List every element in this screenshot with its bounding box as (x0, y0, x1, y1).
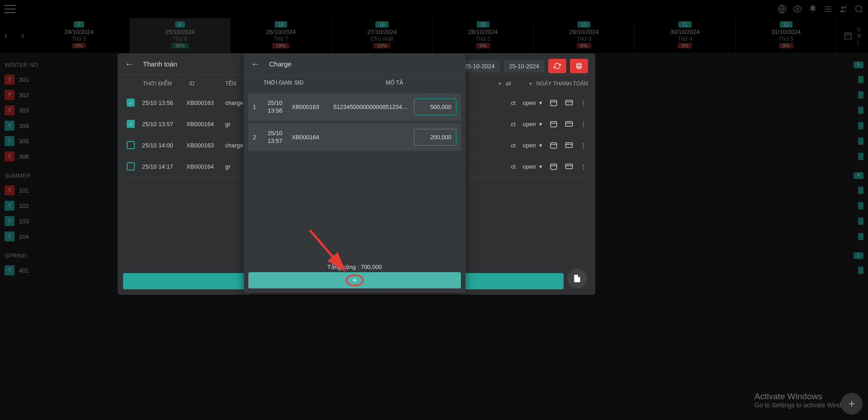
charge-idx: 1 (253, 104, 258, 110)
card-icon[interactable] (565, 120, 573, 128)
row-time: 25/10 14:17 (142, 163, 179, 170)
row-end[interactable]: ct (511, 99, 516, 106)
main-fab[interactable]: + (841, 393, 863, 415)
row-end[interactable]: ct (511, 163, 516, 170)
card-icon[interactable] (565, 162, 573, 170)
charge-row[interactable]: 1 25/1013:56 XB000163 512345000000000851… (248, 93, 461, 121)
charge-amount-input[interactable]: 200,000 (414, 129, 456, 146)
row-status[interactable]: open ▾ (523, 163, 542, 170)
date-to-chip[interactable]: 25-10-2024 (504, 60, 545, 72)
filter-payment-date[interactable]: NGÀY THANH TOÁN (536, 80, 588, 87)
more-icon[interactable]: ⋮ (580, 121, 586, 127)
charge-amount-input[interactable]: 500,000 (414, 99, 456, 115)
charge-title: Charge (269, 60, 291, 68)
row-checkbox[interactable]: ✓ (127, 120, 135, 128)
row-status[interactable]: open ▾ (523, 142, 542, 149)
row-status[interactable]: open ▾ (523, 121, 542, 127)
row-checkbox[interactable] (127, 141, 135, 149)
plus-icon: + (346, 274, 364, 286)
svg-rect-21 (550, 122, 557, 127)
svg-rect-25 (550, 143, 557, 148)
calendar-icon[interactable] (550, 162, 558, 170)
row-id: XB000164 (186, 121, 218, 127)
charge-add-button[interactable]: + (248, 272, 461, 288)
svg-rect-23 (566, 122, 573, 127)
svg-rect-27 (566, 143, 573, 148)
col-time: THỜI ĐIỂM (143, 80, 180, 87)
col-charge-time: THỜI GIAN (261, 80, 294, 86)
svg-rect-29 (550, 164, 557, 170)
charge-idx: 2 (253, 134, 258, 141)
calendar-icon[interactable] (550, 120, 558, 128)
row-checkbox[interactable] (127, 162, 135, 170)
activate-windows-watermark: Activate Windows Go to Settings to activ… (754, 392, 854, 409)
calendar-icon[interactable] (550, 141, 558, 149)
row-id: XB000164 (186, 163, 218, 170)
col-charge-sid: SID (294, 80, 331, 86)
more-icon[interactable]: ⋮ (580, 142, 586, 149)
col-charge-desc: MÔ TẢ (331, 80, 458, 86)
charge-time: 25/1013:57 (264, 130, 286, 145)
charge-panel: ← Charge THỜI GIAN SID MÔ TẢ 1 25/1013:5… (244, 53, 465, 293)
charge-back-button[interactable]: ← (251, 59, 260, 69)
svg-rect-31 (566, 164, 573, 169)
charge-time: 25/1013:56 (264, 99, 286, 115)
more-icon[interactable]: ⋮ (580, 163, 586, 170)
card-icon[interactable] (565, 141, 573, 149)
charge-sid: XB000164 (292, 134, 328, 141)
payment-title: Thanh toán (143, 60, 177, 68)
row-end[interactable]: ct (511, 121, 516, 127)
row-end[interactable]: ct (511, 142, 516, 149)
row-id: XB000163 (186, 142, 218, 149)
card-icon[interactable] (565, 99, 573, 107)
row-time: 25/10 13:56 (142, 99, 179, 106)
payment-back-button[interactable]: ← (125, 59, 134, 69)
row-time: 25/10 13:57 (142, 121, 179, 127)
calendar-icon[interactable] (550, 99, 558, 107)
refresh-button[interactable] (548, 59, 566, 73)
charge-row[interactable]: 2 25/1013:57 XB000164 200,000 (248, 123, 461, 151)
row-time: 25/10 14:00 (142, 142, 179, 149)
document-fab[interactable] (567, 269, 587, 288)
filter-all[interactable]: all (506, 80, 511, 87)
charge-total: Tổng cộng : 700,000 (244, 264, 465, 270)
more-icon[interactable]: ⋮ (580, 99, 586, 106)
charge-desc: 51234500000000085123450000 (333, 104, 408, 110)
col-id: ID (189, 80, 216, 87)
row-status[interactable]: open ▾ (523, 99, 542, 106)
row-id: XB000163 (186, 99, 218, 106)
row-checkbox[interactable]: ✓ (127, 99, 135, 107)
svg-rect-17 (550, 100, 557, 106)
svg-rect-19 (566, 100, 573, 105)
charge-sid: XB000163 (292, 104, 328, 110)
print-button[interactable] (570, 59, 588, 73)
